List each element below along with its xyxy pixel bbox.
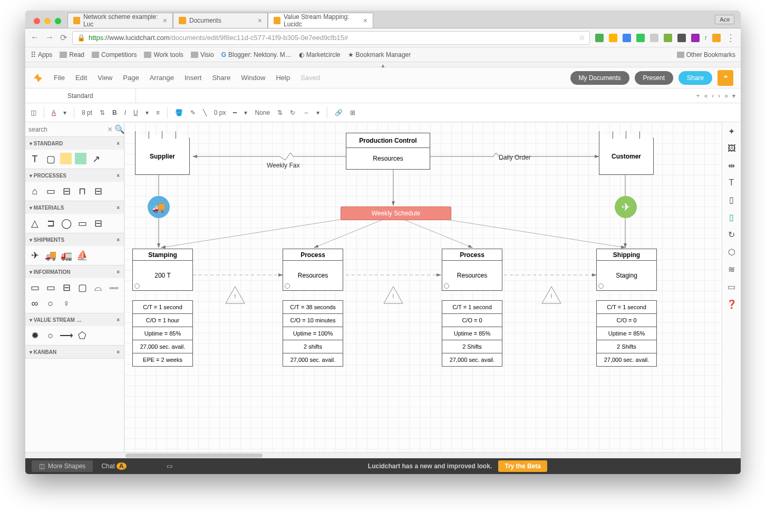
doc-icon[interactable]: ▯ xyxy=(729,212,734,222)
bold-button[interactable]: B xyxy=(112,109,117,116)
arrow-shape-icon[interactable]: ⟶ xyxy=(60,329,73,342)
layers-icon[interactable]: ≋ xyxy=(728,264,735,274)
window-minimize[interactable] xyxy=(44,18,51,24)
process2-shape-icon[interactable]: ⊟ xyxy=(60,185,73,198)
info-shape-icon[interactable]: ▭ xyxy=(28,281,41,294)
next-page-icon[interactable]: › xyxy=(718,92,720,100)
close-icon[interactable]: × xyxy=(117,237,120,243)
close-icon[interactable]: × xyxy=(117,141,120,146)
close-icon[interactable]: × xyxy=(117,269,120,275)
add-page-icon[interactable]: + xyxy=(696,92,700,100)
try-beta-button[interactable]: Try the Beta xyxy=(498,460,547,472)
more-shapes-button[interactable]: ◫More Shapes xyxy=(32,460,93,472)
line-width-field[interactable]: 0 px xyxy=(214,109,226,116)
forward-icon[interactable]: → xyxy=(45,33,54,43)
text-shape[interactable]: T xyxy=(28,153,41,165)
ext-icon[interactable] xyxy=(712,34,721,42)
panel-header-kanban[interactable]: ▾ KANBAN× xyxy=(25,346,124,358)
ext-icon[interactable] xyxy=(623,34,631,42)
glasses-shape-icon[interactable]: ∞ xyxy=(28,297,41,310)
menu-icon[interactable]: ⋮ xyxy=(726,32,735,44)
last-page-icon[interactable]: » xyxy=(724,92,728,100)
info-shape-icon[interactable]: ▢ xyxy=(76,281,89,294)
menu-arrange[interactable]: Arrange xyxy=(150,74,174,82)
customer-shape[interactable]: Customer xyxy=(599,138,654,175)
line-style-solid[interactable]: ━ xyxy=(233,109,237,116)
url-field[interactable]: 🔒 https://www.lucidchart.com/documents/e… xyxy=(72,31,590,45)
lock-icon[interactable]: ⊞ xyxy=(350,109,355,116)
info-shape-icon[interactable]: ▭ xyxy=(44,281,57,294)
ext-icon[interactable] xyxy=(595,34,604,42)
dropdown-icon[interactable]: ▾ xyxy=(244,109,247,116)
arrow-shape[interactable]: ↗ xyxy=(90,153,102,165)
process-shape-icon[interactable]: ▭ xyxy=(44,185,57,198)
note-shape[interactable] xyxy=(60,153,72,164)
fill-color-icon[interactable]: 🪣 xyxy=(175,109,183,116)
browser-tab[interactable]: Network scheme example: Luc× xyxy=(67,13,173,28)
line-shape-icon[interactable]: ╲ xyxy=(203,109,207,116)
panel-header-valuestream[interactable]: ▾ VALUE STREAM …× xyxy=(25,313,124,326)
weekly-schedule-shape[interactable]: Weekly Schedule xyxy=(341,206,451,220)
close-icon[interactable]: × xyxy=(258,16,262,25)
data-icon[interactable]: ⬡ xyxy=(728,247,735,257)
reload-icon[interactable]: ⟳ xyxy=(60,33,67,43)
prev-page-icon[interactable]: ‹ xyxy=(712,92,714,100)
plane-shape-icon[interactable]: ✈ xyxy=(28,249,41,262)
truck-shape-icon[interactable]: 🚚 xyxy=(44,249,57,262)
first-page-icon[interactable]: « xyxy=(704,92,708,100)
kaizen-shape-icon[interactable]: ✹ xyxy=(28,329,41,342)
databox-stamping[interactable]: C/T = 1 second C/O = 1 hour Uptime = 85%… xyxy=(132,300,193,367)
db-shape-icon[interactable]: ⌓ xyxy=(92,281,104,294)
operator-shape-icon[interactable]: ♀ xyxy=(60,297,73,310)
plane-icon[interactable]: ✈ xyxy=(615,196,637,218)
info-shape-icon[interactable]: ⊟ xyxy=(60,281,73,294)
search-input[interactable] xyxy=(28,126,108,133)
ext-icon[interactable] xyxy=(664,34,672,42)
ext-icon[interactable] xyxy=(609,34,617,42)
underline-button[interactable]: U xyxy=(133,109,138,116)
menu-view[interactable]: View xyxy=(98,74,112,82)
browser-tab[interactable]: Value Stream Mapping: Lucidc× xyxy=(268,13,373,28)
align-button[interactable]: ≡ xyxy=(156,109,160,116)
shape-tool-icon[interactable]: ◫ xyxy=(31,109,36,116)
supplier-shape[interactable]: Supplier xyxy=(135,138,190,175)
help-icon[interactable]: ❓ xyxy=(726,299,737,309)
menu-file[interactable]: File xyxy=(54,74,65,82)
menu-share[interactable]: Share xyxy=(212,74,230,82)
bookmark-item[interactable]: ★Bookmark Manager xyxy=(348,51,411,58)
dropdown-icon[interactable]: ▾ xyxy=(316,109,319,116)
process-stamping[interactable]: Stamping 200 T xyxy=(132,249,193,291)
image-icon[interactable]: 🖼 xyxy=(728,144,736,153)
other-bookmarks[interactable]: Other Bookmarks xyxy=(677,51,735,58)
panel-header-processes[interactable]: ▾ PROCESSES× xyxy=(25,169,124,182)
panel-header-standard[interactable]: ▾ STANDARD× xyxy=(25,137,124,150)
safety-shape-icon[interactable]: ⊟ xyxy=(92,217,104,230)
circle-shape-icon[interactable]: ○ xyxy=(44,297,57,310)
close-icon[interactable]: × xyxy=(117,349,120,355)
canvas[interactable]: Supplier Customer Production Control Res… xyxy=(124,122,722,452)
supermarket-shape-icon[interactable]: ◯ xyxy=(60,217,73,230)
inventory-triangle[interactable]: I xyxy=(225,285,246,304)
inventory-triangle[interactable]: I xyxy=(383,285,404,304)
window-close[interactable] xyxy=(34,18,40,24)
truck-icon[interactable]: 🚚 xyxy=(148,196,170,218)
bookmark-item[interactable]: GBlogger: Nektony. M… xyxy=(221,51,292,58)
ext-icon[interactable] xyxy=(677,34,686,42)
close-icon[interactable]: × xyxy=(163,16,167,25)
link-icon[interactable]: 🔗 xyxy=(335,109,343,116)
font-size-field[interactable]: 8 pt xyxy=(82,109,92,116)
panel-header-materials[interactable]: ▾ MATERIALS× xyxy=(25,201,124,214)
apps-button[interactable]: ⠿Apps xyxy=(31,51,52,59)
comment-icon[interactable]: ❝ xyxy=(717,70,733,86)
stepper-icon[interactable]: ⇅ xyxy=(277,109,283,116)
dropdown-icon[interactable]: ▾ xyxy=(63,109,66,116)
share-button[interactable]: Share xyxy=(678,71,712,85)
menu-window[interactable]: Window xyxy=(241,74,265,82)
inventory-shape-icon[interactable]: △ xyxy=(28,217,41,230)
inventory-triangle[interactable]: I xyxy=(541,285,562,304)
align-icon[interactable]: ⇹ xyxy=(728,161,735,171)
close-icon[interactable]: × xyxy=(117,173,120,179)
production-control-shape[interactable]: Production Control Resources xyxy=(346,133,430,170)
panel-header-shipments[interactable]: ▾ SHIPMENTS× xyxy=(25,233,124,246)
clear-icon[interactable]: × xyxy=(108,125,112,134)
